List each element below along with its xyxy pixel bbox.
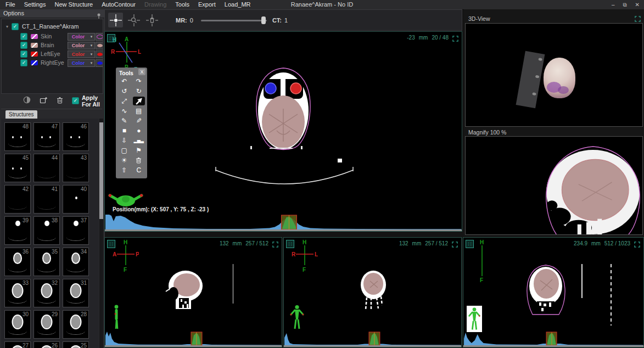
slice-thumbnail-38[interactable]: 38	[33, 216, 60, 245]
viewport-coronal[interactable]: H R L F 132mm257 / 512	[283, 237, 462, 347]
slice-thumbnail-42[interactable]: 42	[4, 185, 31, 214]
chevron-down-icon[interactable]: ▾	[88, 59, 95, 67]
color-swatch-button[interactable]	[96, 59, 103, 67]
slice-thumbnail-27[interactable]: 27	[4, 341, 31, 348]
tool-select-region[interactable]: ▢	[117, 145, 132, 155]
tool-flag-slice[interactable]: ⚑	[132, 145, 147, 155]
structure-row-lefteye[interactable]: LeftEyeColor▾	[2, 49, 103, 58]
slice-thumbnail-45[interactable]: 45	[4, 154, 31, 182]
slice-thumbnail-37[interactable]: 37	[63, 216, 89, 245]
fusion-slider[interactable]	[201, 16, 267, 24]
structure-row-skin[interactable]: SkinColor▾	[2, 32, 103, 41]
slice-thumbnail-32[interactable]: 32	[33, 279, 60, 307]
slice-thumbnail-43[interactable]: 43	[63, 154, 89, 182]
tool-ruler[interactable]: ▤	[132, 106, 147, 116]
apply-for-all[interactable]: Apply For All	[72, 94, 102, 108]
fullscreen-icon[interactable]	[452, 34, 458, 44]
window-level-histogram[interactable]	[284, 330, 461, 345]
tool-cursor[interactable]	[133, 97, 145, 105]
crosshair-point-button[interactable]	[108, 13, 123, 27]
tool-brightness[interactable]: ☀	[117, 155, 132, 165]
slice-thumbnail-34[interactable]: 34	[63, 248, 89, 276]
slice-thumbnail-29[interactable]: 29	[33, 310, 60, 339]
crosshair-delete-button[interactable]	[144, 13, 159, 27]
tool-redo[interactable]: ↷	[132, 76, 147, 86]
viewport-scroll-strip[interactable]	[105, 229, 462, 231]
slice-thumbnail-41[interactable]: 41	[33, 185, 60, 214]
contrast-icon[interactable]	[23, 96, 31, 106]
apply-for-all-checkbox[interactable]	[72, 97, 79, 104]
chevron-down-icon[interactable]: ▾	[88, 50, 95, 58]
fullscreen-icon[interactable]	[272, 240, 278, 250]
tool-fill-square[interactable]: ■	[117, 126, 132, 136]
tool-histogram-tool[interactable]: ▂▅▃	[132, 136, 147, 145]
slice-thumbnail-44[interactable]: 44	[33, 154, 60, 182]
chevron-down-icon[interactable]: ▾	[88, 42, 95, 49]
menu-item-file[interactable]: File	[1, 0, 20, 9]
expander-icon[interactable]	[6, 24, 12, 29]
restore-button[interactable]: ⧉	[623, 0, 626, 9]
tool-interpolate-down[interactable]: ⇩	[117, 136, 132, 145]
tool-pen[interactable]: ✎	[117, 116, 132, 126]
window-level-histogram[interactable]	[464, 330, 643, 345]
color-dropdown-button[interactable]: Color	[68, 42, 89, 49]
slice-thumbnail-25[interactable]: 25	[63, 341, 89, 348]
scrollbar-thumb[interactable]	[99, 122, 103, 219]
structure-row-righteye[interactable]: RightEyeColor▾	[2, 58, 103, 67]
structure-row-brain[interactable]: BrainColor▾	[2, 41, 103, 49]
new-structure-icon[interactable]	[40, 96, 48, 106]
structure-checkbox[interactable]	[20, 59, 27, 66]
viewport-sagittal[interactable]: H A P F 132mm257 / 512	[104, 237, 282, 347]
chevron-down-icon[interactable]: ▾	[88, 33, 95, 41]
window-level-histogram[interactable]	[105, 214, 461, 229]
tool-delete-contour[interactable]	[132, 155, 147, 165]
slice-thumbnail-48[interactable]: 48	[4, 122, 31, 151]
fullscreen-icon[interactable]	[634, 240, 640, 250]
viewport-scroll-strip[interactable]	[463, 345, 643, 347]
tool-redo-all[interactable]: ↻	[132, 86, 147, 96]
layout-dice-icon[interactable]	[466, 240, 474, 248]
slice-thumbnail-46[interactable]: 46	[63, 122, 89, 151]
color-swatch-button[interactable]	[96, 50, 103, 58]
slice-thumbnail-35[interactable]: 35	[33, 248, 60, 276]
viewport-oblique[interactable]: H F 234.9mm512 / 1023	[463, 237, 644, 347]
delete-structure-icon[interactable]	[57, 96, 63, 106]
menu-item-export[interactable]: Export	[194, 0, 220, 9]
tool-undo[interactable]: ↶	[117, 76, 132, 86]
tool-center-view[interactable]: C	[132, 165, 147, 175]
tool-freehand-line[interactable]: ∿	[117, 106, 132, 116]
window-level-histogram[interactable]	[105, 330, 281, 345]
crosshair-zoom-button[interactable]	[126, 13, 141, 27]
root-checkbox[interactable]	[12, 23, 19, 30]
color-dropdown-button[interactable]: Color	[68, 33, 89, 41]
minimize-button[interactable]: –	[612, 0, 615, 9]
color-swatch-button[interactable]	[96, 33, 103, 41]
color-dropdown-button[interactable]: Color	[68, 50, 89, 58]
close-button[interactable]: ✕	[635, 0, 640, 9]
tab-structures[interactable]: Structures	[5, 110, 37, 119]
slider-handle[interactable]	[261, 16, 266, 24]
color-dropdown-button[interactable]: Color	[68, 59, 89, 67]
tool-fit-view[interactable]: ⤢	[117, 96, 132, 106]
menu-item-settings[interactable]: Settings	[20, 0, 51, 9]
view3d-canvas[interactable]	[465, 23, 643, 127]
viewport-scroll-strip[interactable]	[284, 345, 461, 347]
structure-checkbox[interactable]	[20, 50, 27, 58]
viewport-axial[interactable]: H A R L P F -23mm20 / 48	[104, 31, 462, 232]
slice-thumbnail-39[interactable]: 39	[4, 216, 31, 245]
tools-close-button[interactable]: X	[138, 69, 145, 75]
tool-push-contour[interactable]: ⇧	[117, 165, 132, 175]
slice-thumbnail-31[interactable]: 31	[63, 279, 89, 307]
structure-checkbox[interactable]	[20, 42, 27, 49]
tools-palette-header[interactable]: Tools X	[116, 68, 147, 76]
menu-item-new-structure[interactable]: New Structure	[50, 0, 97, 9]
slice-thumbnail-28[interactable]: 28	[63, 310, 89, 339]
tool-fill-circle[interactable]: ●	[132, 126, 147, 136]
slice-thumbnail-30[interactable]: 30	[4, 310, 31, 339]
structure-checkbox[interactable]	[20, 33, 27, 40]
tool-undo-all[interactable]: ↺	[117, 86, 132, 96]
slice-thumbnail-26[interactable]: 26	[33, 341, 60, 348]
fullscreen-icon[interactable]	[452, 240, 458, 250]
thumbnail-scrollbar[interactable]	[99, 119, 103, 348]
tree-root-row[interactable]: CT_1_Ranaee^Akram	[6, 22, 103, 31]
